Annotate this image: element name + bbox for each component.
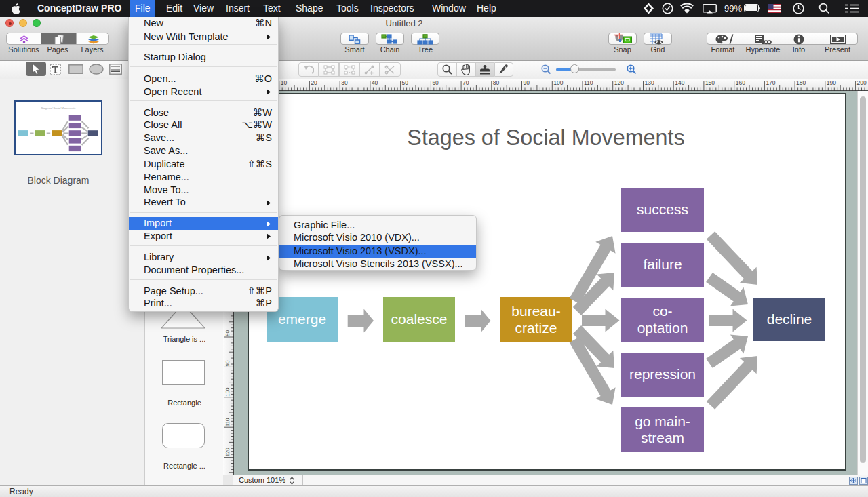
svg-text:110: 110 [224, 418, 231, 426]
svg-text:200: 200 [857, 79, 867, 86]
svg-text:170: 170 [766, 79, 775, 86]
svg-text:160: 160 [736, 79, 745, 86]
svg-text:Stages of Social Movements: Stages of Social Movements [41, 106, 76, 110]
svg-text:10: 10 [281, 79, 288, 86]
svg-text:120: 120 [614, 79, 624, 86]
svg-text:80: 80 [493, 79, 500, 86]
svg-text:120: 120 [224, 448, 231, 457]
svg-text:180: 180 [796, 79, 806, 86]
svg-text:140: 140 [675, 79, 684, 86]
svg-text:100: 100 [224, 387, 231, 397]
svg-text:30: 30 [341, 79, 348, 86]
svg-text:100: 100 [553, 79, 563, 86]
svg-text:110: 110 [584, 79, 593, 86]
svg-text:130: 130 [645, 79, 654, 86]
svg-text:190: 190 [827, 79, 836, 86]
svg-text:50: 50 [402, 79, 409, 86]
svg-text:80: 80 [224, 330, 231, 336]
svg-text:60: 60 [432, 79, 439, 86]
svg-text:150: 150 [705, 79, 715, 86]
svg-text:70: 70 [462, 79, 469, 86]
svg-text:20: 20 [311, 79, 317, 86]
svg-text:40: 40 [372, 79, 378, 86]
svg-text:90: 90 [524, 79, 530, 86]
svg-text:90: 90 [224, 360, 231, 366]
